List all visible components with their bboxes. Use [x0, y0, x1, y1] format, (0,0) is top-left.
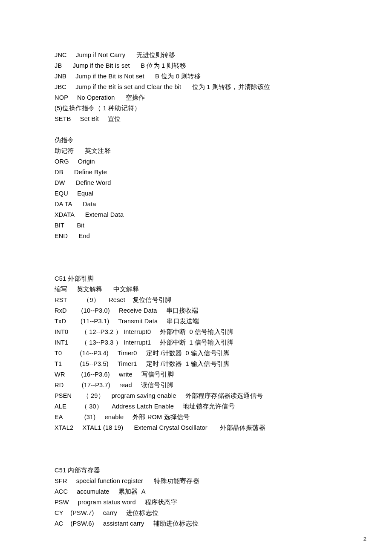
blank-line [55, 444, 354, 454]
document-body: JNC Jump if Not Carry 无进位则转移JB Jump if t… [55, 50, 354, 529]
text-line: SFR special function register 特殊功能寄存器 [55, 476, 354, 486]
text-line: XTAL2 XTAL1 (18 19) External Crystal Osc… [55, 423, 354, 433]
text-line: T1 (15--P3.5) Timer1 定时 /计数器 1 输入信号引脚 [55, 359, 354, 369]
text-line: JNC Jump if Not Carry 无进位则转移 [55, 50, 354, 60]
text-line: CY (PSW.7) carry 进位标志位 [55, 508, 354, 518]
text-line: ORG Origin [55, 156, 354, 167]
document-page: JNC Jump if Not Carry 无进位则转移JB Jump if t… [0, 0, 392, 555]
text-line: EA (31) enable 外部 ROM 选择信号 [55, 412, 354, 423]
blank-line [55, 242, 354, 252]
text-line: ACC accumulate 累加器 A [55, 486, 354, 497]
blank-line [55, 124, 354, 135]
text-line: BIT Bit [55, 220, 354, 231]
blank-line [55, 252, 354, 263]
text-line: NOP No Operation 空操作 [55, 92, 354, 103]
text-line: AC (PSW.6) assistant carry 辅助进位标志位 [55, 518, 354, 529]
text-line: ALE （ 30） Address Latch Enable 地址锁存允许信号 [55, 401, 354, 412]
text-line: RST （9） Reset 复位信号引脚 [55, 295, 354, 305]
text-line: C51 外部引脚 [55, 273, 354, 284]
text-line: SETB Set Bit 置位 [55, 114, 354, 124]
text-line: (5)位操作指令（ 1 种助记符） [55, 103, 354, 114]
text-line: INT0 （ 12--P3.2 ） Interrupt0 外部中断 0 信号输入… [55, 327, 354, 337]
text-line: C51 内部寄存器 [55, 465, 354, 476]
text-line: END End [55, 231, 354, 242]
blank-line [55, 433, 354, 444]
text-line: PSW program status word 程序状态字 [55, 497, 354, 508]
text-line: WR (16--P3.6) write 写信号引脚 [55, 369, 354, 380]
text-line: TxD (11--P3.1) Transmit Data 串口发送端 [55, 316, 354, 327]
page-number: 2 [363, 536, 366, 542]
text-line: 助记符 英文注释 [55, 146, 354, 156]
text-line: DB Define Byte [55, 167, 354, 178]
text-line: PSEN （ 29） program saving enable 外部程序存储器… [55, 391, 354, 401]
text-line: JB Jump if the Bit is set B 位为 1 则转移 [55, 60, 354, 71]
text-line: RD (17--P3.7) read 读信号引脚 [55, 380, 354, 391]
text-line: INT1 （ 13--P3.3 ） Interrupt1 外部中断 1 信号输入… [55, 337, 354, 348]
text-line: 缩写 英文解释 中文解释 [55, 284, 354, 295]
text-line: 伪指令 [55, 135, 354, 146]
text-line: DW Define Word [55, 178, 354, 188]
text-line: RxD (10--P3.0) Receive Data 串口接收端 [55, 305, 354, 316]
blank-line [55, 263, 354, 273]
text-line: DA TA Data [55, 199, 354, 210]
text-line: XDATA External Data [55, 210, 354, 220]
text-line: EQU Equal [55, 188, 354, 199]
text-line: T0 (14--P3.4) Timer0 定时 /计数器 0 输入信号引脚 [55, 348, 354, 359]
text-line: JBC Jump if the Bit is set and Clear the… [55, 82, 354, 92]
text-line: JNB Jump if the Bit is Not set B 位为 0 则转… [55, 71, 354, 82]
blank-line [55, 454, 354, 465]
